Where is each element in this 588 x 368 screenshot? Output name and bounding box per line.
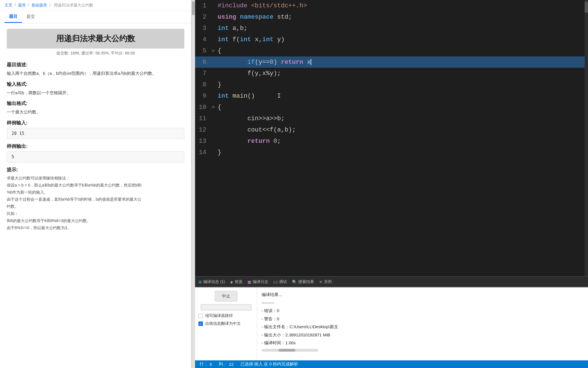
section-input: 一行a与b，两数以一个空格隔开。: [7, 89, 184, 97]
line-content-4: int f(int x,int y): [216, 35, 585, 44]
sample-input-box: 20 15: [7, 128, 184, 139]
line-content-14: }: [216, 148, 585, 157]
code-line-6: 6 if(y==0) return x: [195, 56, 585, 68]
output-right: 编译结果... --------- - 错误：0 - 警告：0 - 输出文件名：…: [257, 288, 588, 360]
toolbar-close[interactable]: ✕ 关闭: [319, 279, 332, 284]
tab-submit[interactable]: 提交: [22, 11, 39, 23]
checkbox-2[interactable]: [198, 321, 203, 326]
checkbox-row-1: 缩写编译器路径: [198, 313, 253, 318]
line-content-10: {: [216, 103, 585, 112]
breadcrumb-sep2: /: [28, 3, 29, 7]
line-content-12: cout<<f(a,b);: [216, 125, 585, 135]
line-num-10: 10: [195, 103, 212, 112]
toolbar-search-result[interactable]: 🔍 搜索结果: [292, 279, 314, 284]
section-output-title: 输出格式:: [7, 100, 184, 107]
line-content-3: int a,b;: [216, 24, 585, 33]
line-num-1: 1: [195, 1, 212, 10]
left-scrollbar[interactable]: [192, 0, 195, 368]
code-line-14: 14 }: [195, 147, 585, 158]
code-line-7: 7 f(y,x%y);: [195, 68, 585, 79]
line-num-14: 14: [195, 148, 212, 157]
compile-info-label: 编译信息 (1): [203, 279, 225, 284]
progress-bar-container: [201, 304, 251, 310]
problem-content: 用递归法求最大公约数 提交数: 1899, 通过率: 58.35%, 平均分: …: [0, 23, 191, 237]
hint-line-0: 求最大公约数可以使用辗转相除法：: [7, 175, 184, 182]
line-num-2: 2: [195, 12, 212, 22]
hint-line-7: 由于6%3==0，所以最大公约数为3。: [7, 224, 184, 231]
output-left: 中止 缩写编译器路径 出错信息翻译为中文: [195, 288, 257, 360]
hint-line-3: 由于这个过程会一直递减，直到a%b等于0的时候，b的值就是所要求的最大公: [7, 196, 184, 203]
line-num-13: 13: [195, 137, 212, 146]
breadcrumb-basic[interactable]: 基础题库: [31, 3, 47, 7]
status-text: 已选择:插入 在 0 秒内完成解析: [240, 362, 298, 367]
breadcrumb-sep1: /: [15, 3, 16, 7]
section-description-title: 题目描述:: [7, 62, 184, 68]
code-editor: 1 #include <bits/stdc++.h> 2 using names…: [195, 0, 585, 158]
code-editor-area[interactable]: 1 #include <bits/stdc++.h> 2 using names…: [195, 0, 585, 276]
sample-output-box: 5: [7, 151, 184, 163]
line-num-5: 5: [195, 46, 212, 56]
code-line-4: 4 int f(int x,int y): [195, 34, 585, 45]
status-bar: 行： 6 列： 22 已选择:插入 在 0 秒内完成解析: [195, 360, 588, 368]
search-result-label: 搜索结果: [298, 279, 314, 284]
toolbar-compile-log[interactable]: ▦ 编译日志: [247, 279, 268, 284]
line-num-12: 12: [195, 125, 212, 135]
code-line-13: 13 return 0;: [195, 135, 585, 147]
output-panel: 中止 缩写编译器路径 出错信息翻译为中文 编译结果...: [195, 287, 588, 360]
compile-log-icon: ▦: [247, 280, 251, 284]
toolbar-resource[interactable]: ◈ 资源: [230, 279, 242, 284]
resource-icon: ◈: [230, 280, 233, 284]
right-scrollbar-thumb[interactable]: [585, 1, 588, 13]
breadcrumb: 主页 / 题库 / 基础题库 / 用递归法求最大公约数: [0, 0, 191, 11]
output-content: 中止 缩写编译器路径 出错信息翻译为中文 编译结果...: [195, 288, 588, 360]
section-sample-output-title: 样例输出:: [7, 143, 184, 150]
breadcrumb-home[interactable]: 主页: [5, 3, 12, 7]
code-line-2: 2 using namespace std;: [195, 11, 585, 23]
right-scrollbar[interactable]: [585, 0, 588, 276]
stop-button[interactable]: 中止: [215, 291, 237, 301]
line-content-1: #include <bits/stdc++.h>: [216, 1, 585, 10]
row-value: 6: [210, 362, 212, 367]
line-content-2: using namespace std;: [216, 12, 585, 22]
output-scrollbar-thumb[interactable]: [278, 349, 295, 352]
checkbox-1-label: 缩写编译器路径: [205, 313, 233, 318]
close-icon: ✕: [319, 280, 322, 284]
line-content-11: cin>>a>>b;: [216, 114, 585, 123]
breadcrumb-current: 用递归法求最大公约数: [54, 3, 93, 7]
left-scrollbar-thumb[interactable]: [192, 1, 195, 15]
section-input-title: 输入格式:: [7, 81, 184, 87]
hint-line-2: %b作为新一轮的输入。: [7, 189, 184, 196]
left-panel: 主页 / 题库 / 基础题库 / 用递归法求最大公约数 题目 提交 用递归法求最…: [0, 0, 192, 368]
code-line-10: 10 ⊟ {: [195, 102, 585, 113]
search-result-icon: 🔍: [292, 280, 297, 284]
tabs: 题目 提交: [0, 11, 191, 23]
code-line-9: 9 int main() I: [195, 90, 585, 102]
status-row: 行： 6: [200, 362, 212, 367]
compile-errors: - 错误：0: [262, 307, 583, 314]
compile-time: - 编译时间：1.00s: [262, 339, 583, 347]
compile-result-title: 编译结果...: [262, 291, 583, 298]
line-content-13: return 0;: [216, 137, 585, 146]
breadcrumb-sep3: /: [49, 3, 50, 7]
problem-title-box: 用递归法求最大公约数: [7, 29, 184, 49]
line-num-11: 11: [195, 114, 212, 123]
tab-problem[interactable]: 题目: [5, 11, 22, 23]
output-scrollbar[interactable]: [262, 349, 318, 352]
line-num-8: 8: [195, 80, 212, 89]
main-container: 主页 / 题库 / 基础题库 / 用递归法求最大公约数 题目 提交 用递归法求最…: [0, 0, 588, 368]
hint-line-1: 假设a > b > 0，那么a和b的最大公约数等于b和a%b的最大公约数，然后把…: [7, 182, 184, 189]
compile-output-file: - 输出文件名：C:\Users\LL\Desktop\新文: [262, 323, 583, 330]
code-line-12: 12 cout<<f(a,b);: [195, 124, 585, 135]
code-line-5: 5 ⊟ {: [195, 45, 585, 56]
checkbox-1[interactable]: [198, 314, 203, 318]
col-value: 22: [229, 362, 234, 367]
breadcrumb-library[interactable]: 题库: [18, 3, 26, 7]
line-num-7: 7: [195, 69, 212, 78]
checkbox-2-label: 出错信息翻译为中文: [205, 321, 241, 326]
code-line-3: 3 int a,b;: [195, 23, 585, 34]
hint-line-6: 和6的最大公约数等于6和9%6=3的最大公约数。: [7, 217, 184, 224]
problem-title: 用递归法求最大公约数: [14, 33, 178, 44]
toolbar-debug[interactable]: ▷| 调试: [273, 279, 287, 284]
line-num-4: 4: [195, 35, 212, 44]
toolbar-compile-info[interactable]: ⊞ 编译信息 (1): [198, 279, 225, 284]
